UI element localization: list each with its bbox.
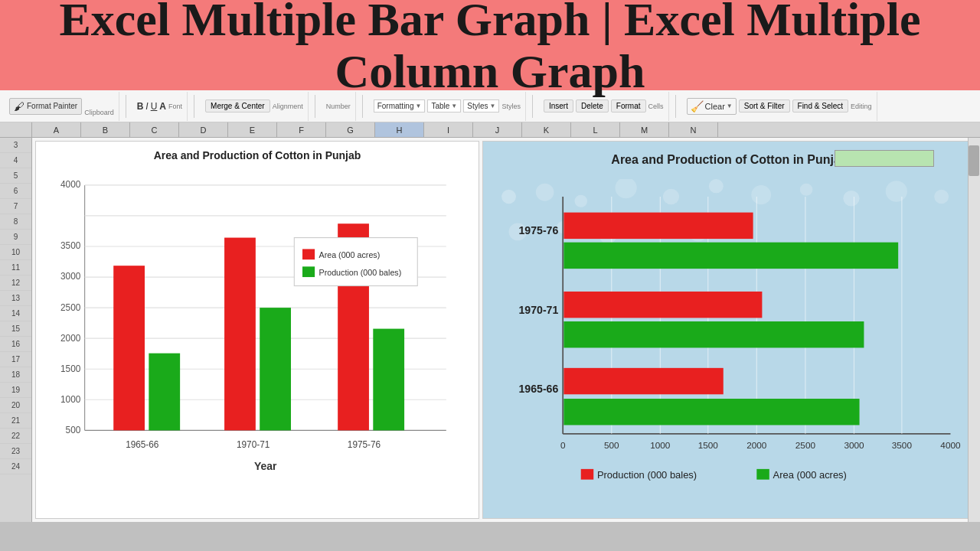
svg-point-30 bbox=[574, 195, 586, 207]
col-header-G[interactable]: G bbox=[326, 122, 375, 137]
svg-text:1970-71: 1970-71 bbox=[519, 304, 559, 316]
col-header-M[interactable]: M bbox=[620, 122, 669, 137]
clipboard-label: Clipboard bbox=[84, 109, 114, 116]
svg-text:4000: 4000 bbox=[60, 179, 80, 190]
col-header-F[interactable]: F bbox=[277, 122, 326, 137]
spreadsheet-body: 3 4 5 6 7 8 9 10 11 12 13 14 15 16 17 18… bbox=[0, 138, 980, 522]
sort-filter-button[interactable]: Sort & Filter bbox=[739, 99, 790, 112]
title-banner: Excel Multiple Bar Graph | Excel Multipl… bbox=[0, 0, 980, 90]
svg-text:0: 0 bbox=[560, 441, 566, 451]
col-header-H[interactable]: H bbox=[375, 122, 424, 137]
row-20: 20 bbox=[0, 398, 31, 413]
separator-6 bbox=[675, 95, 676, 118]
row-11: 11 bbox=[0, 260, 31, 276]
column-headers: A B C D E F G H I J K L M N bbox=[0, 122, 980, 138]
merge-center-button[interactable]: Merge & Center bbox=[205, 99, 270, 112]
chevron-down-icon-3: ▼ bbox=[489, 103, 495, 109]
col-header-E[interactable]: E bbox=[228, 122, 277, 137]
svg-text:1965-66: 1965-66 bbox=[126, 439, 158, 450]
table-dropdown[interactable]: Table ▼ bbox=[427, 99, 461, 112]
row-22: 22 bbox=[0, 429, 31, 444]
svg-text:2500: 2500 bbox=[795, 441, 815, 451]
editing-section: 🧹 Clear ▼ Sort & Filter Find & Select Ed… bbox=[682, 92, 877, 121]
col-header-D[interactable]: D bbox=[179, 122, 228, 137]
styles-dropdown[interactable]: Styles ▼ bbox=[463, 99, 499, 112]
svg-text:2000: 2000 bbox=[60, 332, 80, 343]
svg-point-32 bbox=[663, 189, 679, 205]
left-chart-title: Area and Production of Cotton in Punjab bbox=[44, 149, 471, 161]
svg-text:3500: 3500 bbox=[892, 441, 912, 451]
svg-text:1000: 1000 bbox=[60, 393, 80, 404]
col-header-B[interactable]: B bbox=[81, 122, 130, 137]
format-painter-button[interactable]: 🖌 Format Painter bbox=[9, 98, 82, 115]
number-label: Number bbox=[326, 103, 351, 110]
col-header-K[interactable]: K bbox=[522, 122, 571, 137]
active-cell-indicator bbox=[835, 150, 934, 167]
chevron-down-icon-2: ▼ bbox=[451, 103, 457, 109]
col-header-L[interactable]: L bbox=[571, 122, 620, 137]
row-4: 4 bbox=[0, 153, 31, 168]
bar-1965-area bbox=[113, 266, 145, 430]
horiz-bar-1965-production bbox=[564, 368, 723, 394]
delete-button[interactable]: Delete bbox=[576, 99, 609, 112]
svg-text:500: 500 bbox=[66, 424, 81, 435]
svg-point-28 bbox=[501, 190, 516, 204]
row-10: 10 bbox=[0, 245, 31, 260]
scrollbar-thumb[interactable] bbox=[969, 145, 979, 176]
svg-text:3000: 3000 bbox=[844, 441, 864, 451]
font-section: B I U A Font bbox=[132, 92, 188, 121]
svg-rect-23 bbox=[302, 249, 315, 259]
row-6: 6 bbox=[0, 184, 31, 199]
svg-point-37 bbox=[886, 181, 907, 202]
row-14: 14 bbox=[0, 306, 31, 321]
italic-button[interactable]: I bbox=[145, 101, 148, 112]
page-title: Excel Multiple Bar Graph | Excel Multipl… bbox=[15, 0, 965, 97]
styles-section: Formatting ▼ Table ▼ Styles ▼ Styles bbox=[369, 92, 526, 121]
svg-text:1500: 1500 bbox=[698, 441, 718, 451]
cells-section: Insert Delete Format Cells bbox=[539, 92, 669, 121]
separator-2 bbox=[194, 95, 194, 118]
horiz-bar-1970-area bbox=[564, 321, 864, 347]
horiz-bar-1970-production bbox=[564, 292, 762, 318]
row-15: 15 bbox=[0, 321, 31, 337]
row-13: 13 bbox=[0, 291, 31, 306]
alignment-label: Alignment bbox=[273, 103, 303, 110]
vertical-scrollbar[interactable] bbox=[968, 138, 980, 522]
svg-text:1500: 1500 bbox=[60, 363, 80, 373]
col-header-C[interactable]: C bbox=[130, 122, 179, 137]
right-chart-svg: 1975-76 1970-71 1965-66 0 500 1000 1500 … bbox=[491, 179, 969, 504]
svg-text:Area (000 acres): Area (000 acres) bbox=[318, 250, 380, 259]
chevron-down-icon: ▼ bbox=[415, 103, 421, 109]
svg-text:Production (000 bales): Production (000 bales) bbox=[318, 267, 401, 276]
svg-point-35 bbox=[800, 184, 812, 196]
svg-text:Production (000 bales): Production (000 bales) bbox=[597, 470, 697, 481]
svg-text:500: 500 bbox=[604, 441, 619, 451]
separator-3 bbox=[315, 95, 315, 118]
format-button[interactable]: Format bbox=[611, 99, 646, 112]
right-chart-container: Area and Production of Cotton in Punjab bbox=[482, 141, 977, 519]
editing-label: Editing bbox=[851, 103, 872, 110]
row-9: 9 bbox=[0, 230, 31, 245]
clear-button[interactable]: 🧹 Clear ▼ bbox=[687, 98, 737, 115]
bar-1970-area bbox=[224, 238, 256, 431]
separator-1 bbox=[126, 95, 126, 118]
bold-button[interactable]: B bbox=[137, 101, 144, 112]
row-17: 17 bbox=[0, 352, 31, 367]
conditional-formatting-dropdown[interactable]: Formatting ▼ bbox=[374, 99, 426, 112]
col-header-I[interactable]: I bbox=[424, 122, 473, 137]
horiz-bar-1975-area bbox=[564, 243, 898, 269]
find-select-button[interactable]: Find & Select bbox=[792, 99, 848, 112]
font-color-a[interactable]: A bbox=[159, 101, 166, 112]
col-header-N[interactable]: N bbox=[669, 122, 718, 137]
svg-text:2000: 2000 bbox=[746, 441, 766, 451]
svg-point-29 bbox=[536, 184, 554, 201]
insert-button[interactable]: Insert bbox=[544, 99, 573, 112]
bar-1970-production bbox=[260, 308, 291, 430]
svg-text:2500: 2500 bbox=[60, 302, 80, 312]
row-12: 12 bbox=[0, 276, 31, 291]
col-header-A[interactable]: A bbox=[32, 122, 81, 137]
col-header-J[interactable]: J bbox=[473, 122, 522, 137]
underline-button[interactable]: U bbox=[151, 101, 158, 112]
row-3: 3 bbox=[0, 138, 31, 153]
svg-text:Year: Year bbox=[254, 459, 277, 472]
